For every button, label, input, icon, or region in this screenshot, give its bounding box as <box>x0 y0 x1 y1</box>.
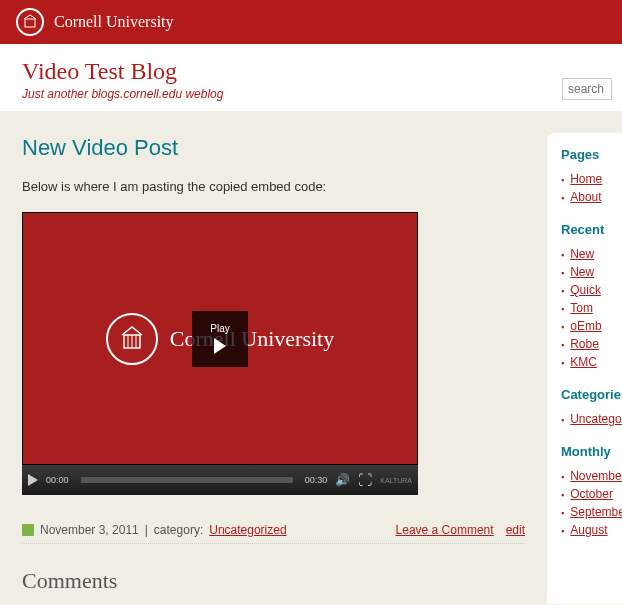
list-item: KMC <box>561 353 618 371</box>
widget-title-pages: Pages <box>561 147 618 162</box>
sidebar-link[interactable]: October <box>570 487 613 501</box>
leave-comment-link[interactable]: Leave a Comment <box>396 523 494 537</box>
list-item: Uncategorized <box>561 410 618 428</box>
category-link[interactable]: Uncategorized <box>209 523 286 537</box>
volume-icon[interactable] <box>335 473 350 487</box>
cornell-seal-icon <box>106 313 158 365</box>
widget-title-monthly: Monthly <box>561 444 618 459</box>
sidebar-link[interactable]: KMC <box>570 355 597 369</box>
edit-link[interactable]: edit <box>506 523 525 537</box>
sidebar-link[interactable]: Quick <box>570 283 601 297</box>
provider-label: KALTURA <box>380 477 412 484</box>
main-column: New Video Post Below is where I am pasti… <box>0 111 547 604</box>
list-item: New <box>561 263 618 281</box>
sidebar-link[interactable]: Tom <box>570 301 593 315</box>
category-label: category: <box>154 523 203 537</box>
meta-separator: | <box>145 523 148 537</box>
video-player: Cornell University Play 00:00 00:30 KALT… <box>22 212 418 495</box>
sidebar: Pages HomeAbout Recent NewNewQuickTomoEm… <box>547 133 622 604</box>
monthly-list: NovemberOctoberSeptemberAugust <box>561 467 618 539</box>
video-controls: 00:00 00:30 KALTURA <box>22 465 418 495</box>
recent-list: NewNewQuickTomoEmbRobeKMC <box>561 245 618 371</box>
list-item: New <box>561 245 618 263</box>
progress-bar[interactable] <box>81 477 293 483</box>
list-item: Tom <box>561 299 618 317</box>
sidebar-link[interactable]: September <box>570 505 622 519</box>
cornell-seal-icon <box>16 8 44 36</box>
list-item: August <box>561 521 618 539</box>
post-title[interactable]: New Video Post <box>22 135 525 161</box>
play-button[interactable]: Play <box>192 311 248 367</box>
widget-title-recent: Recent <box>561 222 618 237</box>
sidebar-link[interactable]: New <box>570 265 594 279</box>
list-item: September <box>561 503 618 521</box>
time-total: 00:30 <box>305 475 328 485</box>
control-play-icon[interactable] <box>28 474 38 486</box>
widget-title-categories: Categories <box>561 387 618 402</box>
pages-list: HomeAbout <box>561 170 618 206</box>
blog-header: Video Test Blog Just another blogs.corne… <box>0 44 622 111</box>
content-wrap: New Video Post Below is where I am pasti… <box>0 111 622 604</box>
sidebar-link[interactable]: About <box>570 190 601 204</box>
list-item: Home <box>561 170 618 188</box>
post-date: November 3, 2011 <box>40 523 139 537</box>
calendar-icon <box>22 524 34 536</box>
list-item: Robe <box>561 335 618 353</box>
categories-list: Uncategorized <box>561 410 618 428</box>
fullscreen-icon[interactable] <box>358 472 372 488</box>
blog-tagline: Just another blogs.cornell.edu weblog <box>22 87 600 101</box>
blog-title[interactable]: Video Test Blog <box>22 58 600 85</box>
post-body: Below is where I am pasting the copied e… <box>22 179 525 194</box>
list-item: oEmb <box>561 317 618 335</box>
list-item: November <box>561 467 618 485</box>
sidebar-link[interactable]: November <box>570 469 622 483</box>
list-item: Quick <box>561 281 618 299</box>
sidebar-link[interactable]: New <box>570 247 594 261</box>
university-name: Cornell University <box>54 13 174 31</box>
list-item: About <box>561 188 618 206</box>
svg-rect-0 <box>25 19 35 27</box>
sidebar-link[interactable]: Uncategorized <box>570 412 622 426</box>
sidebar-link[interactable]: oEmb <box>570 319 601 333</box>
comments-heading: Comments <box>22 568 525 594</box>
video-frame[interactable]: Cornell University Play <box>22 212 418 465</box>
list-item: October <box>561 485 618 503</box>
time-current: 00:00 <box>46 475 69 485</box>
cornell-logo[interactable]: Cornell University <box>16 8 174 36</box>
sidebar-link[interactable]: Robe <box>570 337 599 351</box>
sidebar-link[interactable]: August <box>570 523 607 537</box>
play-label: Play <box>210 323 229 334</box>
search-input[interactable] <box>562 78 612 100</box>
sidebar-link[interactable]: Home <box>570 172 602 186</box>
university-header: Cornell University <box>0 0 622 44</box>
play-icon <box>214 338 226 354</box>
post-meta: November 3, 2011 | category: Uncategoriz… <box>22 517 525 544</box>
